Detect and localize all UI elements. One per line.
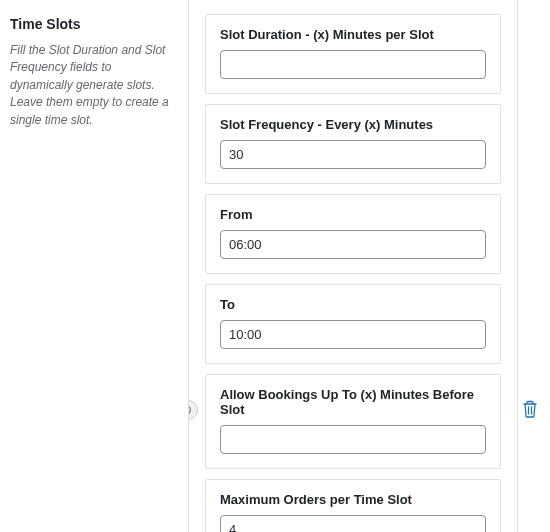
sidebar-title: Time Slots — [10, 16, 176, 32]
max-orders-input[interactable] — [220, 515, 486, 532]
slot-to-group: To — [205, 284, 501, 364]
slot-from-label: From — [220, 207, 486, 222]
slot-from-input[interactable] — [220, 230, 486, 259]
slot-duration-input[interactable] — [220, 50, 486, 79]
slot-to-input[interactable] — [220, 320, 486, 349]
slot-frequency-input[interactable] — [220, 140, 486, 169]
slot-from-group: From — [205, 194, 501, 274]
sidebar-description: Fill the Slot Duration and Slot Frequenc… — [10, 42, 176, 129]
allow-before-group: Allow Bookings Up To (x) Minutes Before … — [205, 374, 501, 469]
slot-frequency-label: Slot Frequency - Every (x) Minutes — [220, 117, 486, 132]
time-slot-panel: 0 Slot Duration - (x) Minutes per Slot S… — [188, 0, 518, 532]
max-orders-label: Maximum Orders per Time Slot — [220, 492, 486, 507]
allow-before-input[interactable] — [220, 425, 486, 454]
slot-duration-group: Slot Duration - (x) Minutes per Slot — [205, 14, 501, 94]
slot-index-badge: 0 — [188, 400, 198, 420]
trash-icon — [522, 400, 538, 418]
slot-to-label: To — [220, 297, 486, 312]
slot-frequency-group: Slot Frequency - Every (x) Minutes — [205, 104, 501, 184]
right-rail — [518, 0, 550, 532]
max-orders-group: Maximum Orders per Time Slot — [205, 479, 501, 532]
delete-slot-button[interactable] — [522, 400, 538, 421]
slot-duration-label: Slot Duration - (x) Minutes per Slot — [220, 27, 486, 42]
sidebar: Time Slots Fill the Slot Duration and Sl… — [0, 0, 188, 532]
allow-before-label: Allow Bookings Up To (x) Minutes Before … — [220, 387, 486, 417]
